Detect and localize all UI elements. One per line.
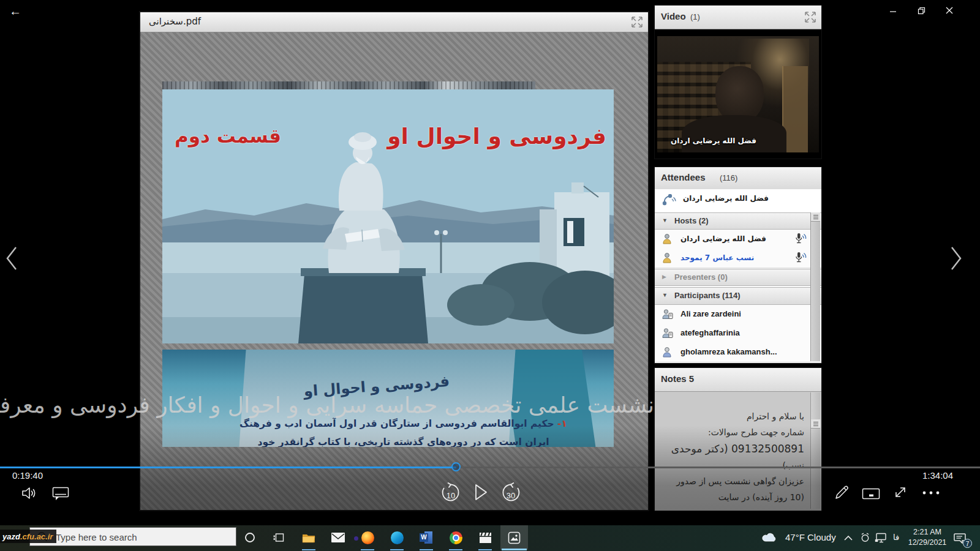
volume-button[interactable]: [21, 485, 38, 501]
file-explorer-icon: [302, 532, 315, 543]
note-line: عزیزان گواهی نشست پس از صدور: [658, 473, 804, 489]
show-hidden-icons-button[interactable]: [840, 525, 856, 550]
fullscreen-button[interactable]: [892, 484, 909, 501]
network-icon: [875, 533, 887, 543]
network-button[interactable]: [872, 525, 889, 550]
file-explorer-button[interactable]: [295, 525, 322, 550]
photos-button[interactable]: [500, 525, 528, 550]
session-watermark: نشست علمی تخصصی حماسه سرایی و احوال و اف…: [0, 392, 654, 418]
firefox-button[interactable]: [354, 525, 381, 550]
skip-forward-button[interactable]: 30: [499, 482, 523, 504]
participant-row[interactable]: Ali zare zardeini: [655, 305, 821, 324]
attendees-scrollbar[interactable]: [810, 212, 820, 361]
presenters-section-header[interactable]: ▶ Presenters (0): [655, 269, 821, 286]
host-row[interactable]: فضل الله یرضایی اردان: [655, 230, 821, 249]
more-options-button[interactable]: [921, 489, 941, 497]
captions-button[interactable]: [51, 486, 70, 501]
mail-button[interactable]: [325, 525, 352, 550]
meet-now-button[interactable]: [856, 525, 873, 550]
screen: ← سخنرانی.pdf: [0, 0, 980, 551]
site-watermark: yazd.cfu.ac.ir: [0, 530, 56, 543]
slide-part-label: قسمت دوم: [175, 125, 281, 147]
meet-now-icon: [859, 533, 871, 543]
microphone-icon: [793, 233, 807, 244]
expand-icon[interactable]: [631, 17, 643, 28]
skip-forward-label: 30: [499, 491, 523, 500]
participants-label: Participants (114): [674, 291, 741, 300]
cortana-button[interactable]: [236, 525, 263, 550]
participant-icon: [662, 347, 673, 358]
share-pod-header[interactable]: سخنرانی.pdf: [140, 12, 648, 32]
bullet-number: ۱-: [557, 418, 567, 429]
restore-icon: [918, 7, 925, 15]
notification-badge: 7: [963, 539, 972, 548]
participant-row[interactable]: atefeghaffarinia: [655, 324, 821, 343]
slide2-text-line2: ایران است که در دوره‌های گذشته تاریخی، ب…: [217, 437, 589, 447]
video-count: (1): [690, 12, 700, 21]
current-time: 0:19:40: [12, 470, 43, 481]
chrome-button[interactable]: [442, 525, 469, 550]
video-pod-header[interactable]: Video (1): [655, 6, 821, 29]
captions-icon: [52, 487, 70, 501]
skip-back-label: 10: [439, 491, 463, 500]
running-indicator: [449, 549, 462, 550]
pod-menu-icon[interactable]: [811, 419, 820, 429]
edge-button[interactable]: [383, 525, 410, 550]
note-line: با سلام و احترام: [658, 408, 804, 424]
running-indicator: [361, 549, 374, 550]
note-line: (10 روز آینده) در سایت: [658, 489, 804, 505]
language-indicator[interactable]: فا: [893, 533, 899, 542]
note-line: شماره جهت طرح سوالات:: [658, 424, 804, 440]
site-watermark-domain: .cfu.ac.ir: [20, 532, 53, 541]
participant-name: Ali zare zardeini: [680, 309, 741, 318]
minimize-button[interactable]: [885, 4, 901, 17]
total-time: 1:34:04: [922, 470, 953, 481]
weather-text[interactable]: 47°F Cloudy: [785, 532, 836, 542]
weather-button[interactable]: [758, 525, 780, 550]
play-button[interactable]: [473, 482, 489, 502]
speaker-silhouette: [715, 66, 764, 122]
running-indicator: [390, 549, 404, 550]
notes-pod: Notes 5 با سلام و احترام شماره جهت طرح س…: [654, 367, 822, 511]
webcam-video: فضل الله یرضایی اردان: [657, 36, 819, 152]
back-button[interactable]: ←: [6, 2, 24, 20]
hosts-section-header[interactable]: ▼ Hosts (2): [655, 212, 821, 230]
chevron-up-icon: [844, 535, 853, 541]
participant-name: atefeghaffarinia: [680, 328, 740, 337]
notes-scrollbar[interactable]: [810, 392, 820, 509]
attendees-pod-header[interactable]: Attendees (116): [655, 167, 821, 190]
host-name: نسب عباس 7 یموحد: [680, 253, 754, 262]
seek-bar-progress: [0, 467, 456, 468]
task-view-icon: [273, 533, 285, 542]
task-view-button[interactable]: [265, 525, 292, 550]
annotate-button[interactable]: [833, 484, 850, 501]
phone-icon: [662, 194, 676, 206]
notes-pod-header[interactable]: Notes 5: [655, 368, 821, 392]
host-avatar-icon: [662, 233, 673, 244]
taskbar-clock[interactable]: 2:21 AM 12/29/2021: [908, 527, 947, 548]
skip-back-button[interactable]: 10: [439, 482, 463, 504]
movies-tv-button[interactable]: [472, 525, 499, 550]
host-row[interactable]: نسب عباس 7 یموحد: [655, 249, 821, 268]
next-button[interactable]: [947, 244, 965, 273]
participant-row[interactable]: gholamreza kakamansh...: [655, 343, 821, 362]
cloud-icon: [761, 533, 778, 543]
seek-thumb[interactable]: [451, 462, 461, 471]
active-speaker-row[interactable]: فضل الله یرضایی اردان: [655, 189, 821, 213]
search-input[interactable]: [55, 529, 228, 545]
close-button[interactable]: [941, 4, 957, 17]
firefox-icon: [361, 531, 374, 544]
prev-button[interactable]: [2, 244, 21, 273]
slide-title: فردوسی و احوال او: [387, 124, 606, 149]
chevron-right-icon: [947, 244, 965, 273]
word-button[interactable]: W: [413, 525, 440, 550]
restore-button[interactable]: [913, 4, 929, 17]
photos-active-tile[interactable]: [500, 525, 528, 550]
pod-menu-icon[interactable]: [811, 212, 820, 222]
expand-icon[interactable]: [804, 12, 816, 23]
participant-device-icon: [662, 328, 674, 339]
participants-section-header[interactable]: ▼ Participants (114): [655, 287, 821, 305]
taskbar-search[interactable]: [29, 527, 236, 546]
mini-view-button[interactable]: [861, 487, 881, 500]
collapse-triangle-icon: ▼: [662, 292, 668, 298]
